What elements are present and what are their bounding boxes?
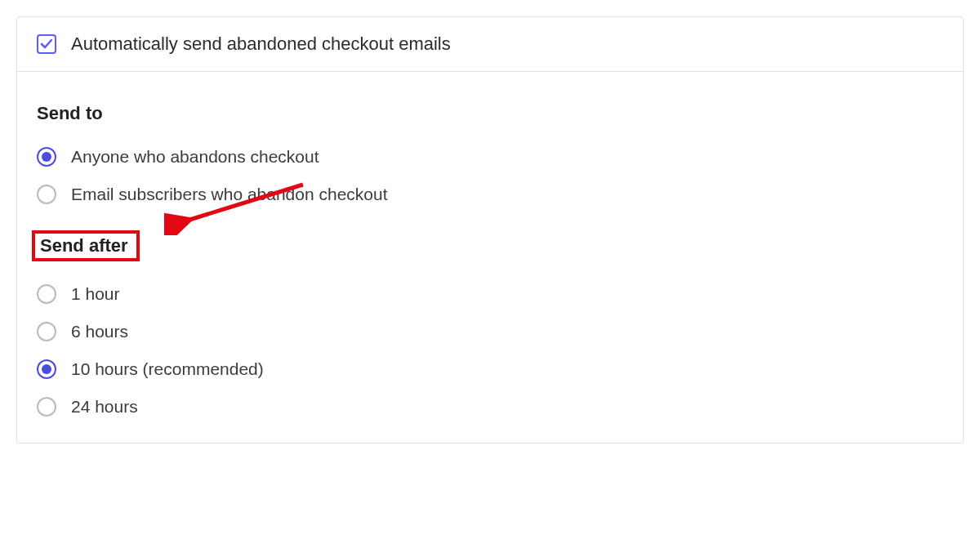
radio-icon[interactable] (37, 322, 56, 341)
radio-icon[interactable] (37, 147, 56, 167)
checkmark-icon (40, 38, 53, 51)
send-to-heading: Send to (37, 103, 943, 124)
send-after-group: Send after 1 hour 6 hours 10 hours (reco… (37, 225, 943, 423)
radio-send-after-1h[interactable]: 1 hour (37, 278, 943, 310)
radio-send-to-anyone[interactable]: Anyone who abandons checkout (37, 140, 943, 173)
radio-send-to-subscribers[interactable]: Email subscribers who abandon checkout (37, 178, 943, 211)
send-to-group: Send to Anyone who abandons checkout Ema… (37, 103, 943, 211)
radio-send-after-24h[interactable]: 24 hours (37, 390, 943, 423)
radio-icon[interactable] (37, 359, 56, 379)
auto-send-section: Automatically send abandoned checkout em… (17, 17, 963, 72)
auto-send-checkbox-row[interactable]: Automatically send abandoned checkout em… (37, 33, 451, 55)
radio-send-after-6h[interactable]: 6 hours (37, 315, 943, 348)
radio-icon[interactable] (37, 284, 56, 304)
radio-send-after-10h[interactable]: 10 hours (recommended) (37, 353, 943, 386)
radio-label: Anyone who abandons checkout (71, 147, 319, 167)
radio-label: 6 hours (71, 322, 128, 341)
send-after-heading: Send after (32, 230, 140, 261)
radio-label: 24 hours (71, 397, 138, 417)
radio-icon[interactable] (37, 185, 56, 204)
radio-label: 1 hour (71, 284, 120, 304)
checkbox-icon[interactable] (37, 34, 56, 54)
radio-label: 10 hours (recommended) (71, 359, 264, 379)
radio-label: Email subscribers who abandon checkout (71, 185, 388, 204)
radio-icon[interactable] (37, 397, 56, 417)
settings-card: Automatically send abandoned checkout em… (16, 16, 964, 444)
options-body: Send to Anyone who abandons checkout Ema… (17, 72, 963, 443)
auto-send-label: Automatically send abandoned checkout em… (71, 33, 451, 55)
